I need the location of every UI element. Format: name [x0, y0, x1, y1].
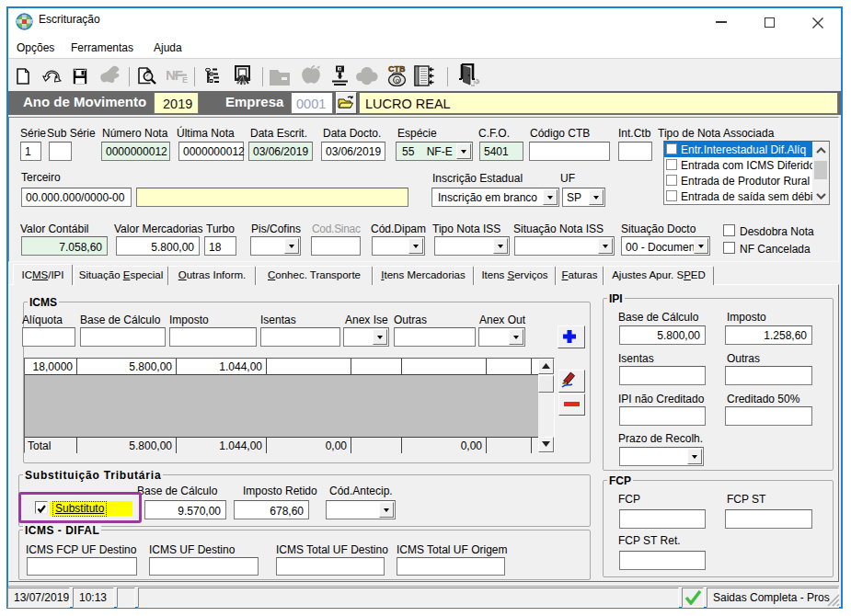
- svg-text:o: o: [396, 76, 400, 85]
- svg-text:E: E: [182, 75, 188, 84]
